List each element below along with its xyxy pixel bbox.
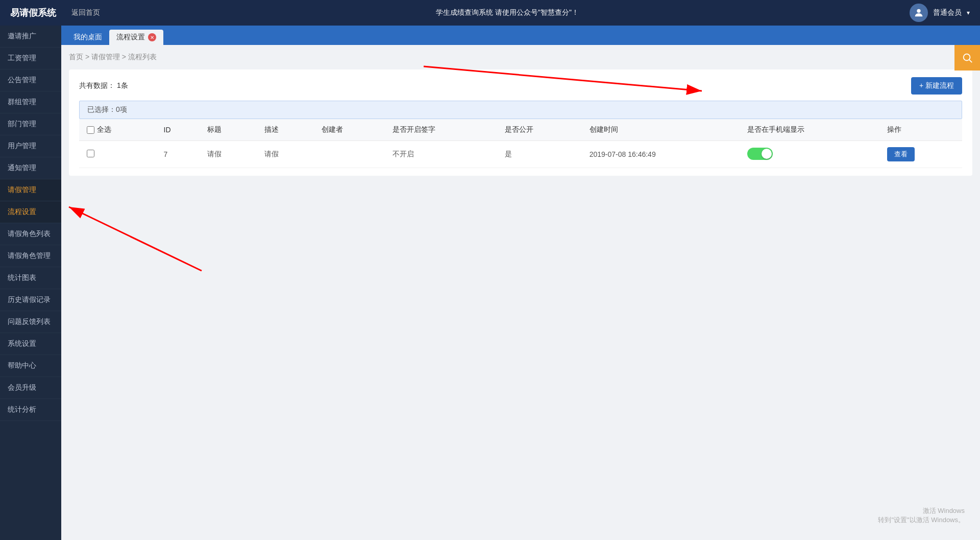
selection-bar: 已选择：0项: [79, 101, 962, 119]
sidebar-item-analysis[interactable]: 统计分析: [0, 399, 61, 421]
breadcrumb-current: 流程列表: [128, 53, 157, 61]
col-id: ID: [156, 119, 200, 141]
sidebar-item-user[interactable]: 用户管理: [0, 135, 61, 157]
sidebar-item-notice[interactable]: 公告管理: [0, 69, 61, 91]
cell-created-at: 2019-07-08 16:46:49: [582, 141, 740, 168]
workflow-table: 全选 ID 标题 描述 创建者 是否开启签字 是否公开 创建时间 是否在手机端显…: [79, 119, 962, 168]
new-workflow-button[interactable]: + 新建流程: [911, 77, 962, 95]
record-count: 共有数据： 1条: [79, 81, 128, 90]
col-public: 是否公开: [497, 119, 582, 141]
table-wrap: 全选 ID 标题 描述 创建者 是否开启签字 是否公开 创建时间 是否在手机端显…: [79, 119, 962, 168]
tab-desktop[interactable]: 我的桌面: [66, 30, 109, 45]
sidebar-item-dept[interactable]: 部门管理: [0, 113, 61, 135]
sidebar-item-notification[interactable]: 通知管理: [0, 157, 61, 179]
home-link[interactable]: 返回首页: [66, 6, 105, 20]
col-mobile: 是否在手机端显示: [740, 119, 879, 141]
table-header-row: 全选 ID 标题 描述 创建者 是否开启签字 是否公开 创建时间 是否在手机端显…: [79, 119, 962, 141]
tab-close-workflow[interactable]: ✕: [148, 33, 156, 41]
col-creator: 创建者: [314, 119, 385, 141]
top-header: 易请假系统 返回首页 学生成绩查询系统 请使用公众号"智慧查分"！ 普通会员 ▾: [0, 0, 980, 26]
col-checkbox: 全选: [79, 119, 156, 141]
sidebar-item-leave-role-mgmt[interactable]: 请假角色管理: [0, 245, 61, 267]
breadcrumb-home[interactable]: 首页: [69, 53, 83, 61]
sidebar-item-history[interactable]: 历史请假记录: [0, 289, 61, 311]
sidebar-item-help[interactable]: 帮助中心: [0, 355, 61, 377]
tab-workflow[interactable]: 流程设置 ✕: [109, 30, 163, 45]
cell-mobile-toggle: [740, 141, 879, 168]
view-button[interactable]: 查看: [887, 147, 915, 161]
table-row: 7 请假 请假 不开启 是 2019-07-08 16:46:49: [79, 141, 962, 168]
cell-id: 7: [156, 141, 200, 168]
cell-sign: 不开启: [385, 141, 497, 168]
content-card: 共有数据： 1条 + 新建流程 已选择：0项 全选: [69, 69, 972, 176]
col-title: 标题: [200, 119, 257, 141]
sidebar-item-system[interactable]: 系统设置: [0, 333, 61, 355]
svg-line-2: [969, 60, 972, 62]
app-logo: 易请假系统: [10, 7, 56, 19]
cell-checkbox: [79, 141, 156, 168]
sidebar-item-upgrade[interactable]: 会员升级: [0, 377, 61, 399]
user-dropdown-arrow[interactable]: ▾: [967, 9, 970, 16]
cell-title: 请假: [200, 141, 257, 168]
cell-creator: [314, 141, 385, 168]
user-name: 普通会员: [933, 8, 962, 17]
cell-public: 是: [497, 141, 582, 168]
header-right: 普通会员 ▾: [910, 4, 970, 22]
col-created-at: 创建时间: [582, 119, 740, 141]
sidebar: 邀请推广 工资管理 公告管理 群组管理 部门管理 用户管理 通知管理 请假管理 …: [0, 26, 61, 540]
col-action: 操作: [879, 119, 962, 141]
cell-desc: 请假: [257, 141, 314, 168]
row-checkbox[interactable]: [87, 150, 94, 157]
card-header: 共有数据： 1条 + 新建流程: [79, 77, 962, 95]
sidebar-item-payroll[interactable]: 工资管理: [0, 48, 61, 69]
search-icon-button[interactable]: [954, 45, 980, 71]
svg-point-0: [917, 9, 920, 13]
col-sign: 是否开启签字: [385, 119, 497, 141]
select-all-checkbox[interactable]: [87, 126, 94, 134]
mobile-display-toggle[interactable]: [747, 148, 773, 160]
breadcrumb: 首页 > 请假管理 > 流程列表: [69, 53, 972, 62]
cell-action: 查看: [879, 141, 962, 168]
col-desc: 描述: [257, 119, 314, 141]
sidebar-item-leave-roles[interactable]: 请假角色列表: [0, 223, 61, 245]
sidebar-item-invite[interactable]: 邀请推广: [0, 26, 61, 48]
announcement: 学生成绩查询系统 请使用公众号"智慧查分"！: [105, 8, 910, 17]
sidebar-item-feedback[interactable]: 问题反馈列表: [0, 311, 61, 333]
sidebar-item-group[interactable]: 群组管理: [0, 91, 61, 113]
sidebar-item-leave-mgmt[interactable]: 请假管理: [0, 179, 61, 201]
user-avatar-icon: [910, 4, 928, 22]
sidebar-item-statistics[interactable]: 统计图表: [0, 267, 61, 289]
tab-bar: 我的桌面 流程设置 ✕: [61, 26, 980, 45]
main-content: 首页 > 请假管理 > 流程列表 共有数据： 1条 + 新建流程 已选择：0项: [61, 45, 980, 540]
svg-point-1: [964, 54, 970, 61]
sidebar-item-workflow-setting[interactable]: 流程设置: [0, 201, 61, 223]
breadcrumb-leave[interactable]: 请假管理: [91, 53, 120, 61]
